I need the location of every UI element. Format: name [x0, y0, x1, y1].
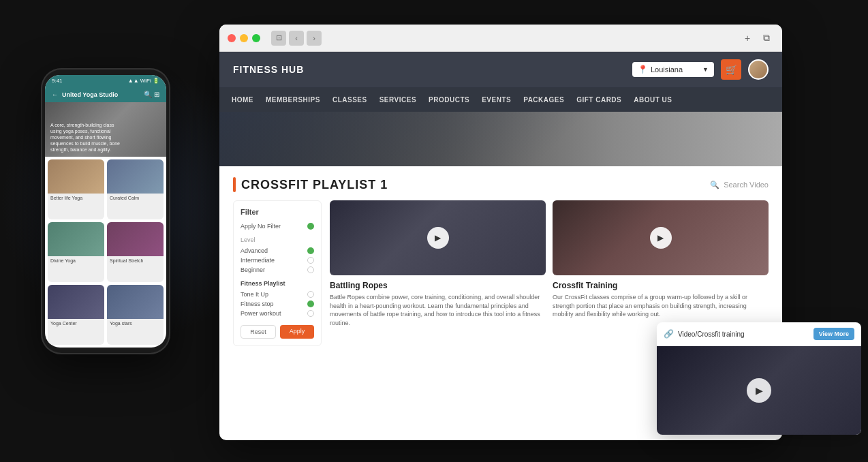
- nav-item-gift-cards[interactable]: GIFT CARDS: [571, 87, 627, 112]
- nav-item-classes[interactable]: CLASSES: [327, 87, 373, 112]
- phone-hero-text: A core, strength-building class using yo…: [50, 122, 125, 153]
- phone-screen: 9:41 ▲▲ WiFi 🔋 ← United Yoga Studio 🔍 ⊞ …: [45, 75, 166, 348]
- phone-card-1[interactable]: Better life Yoga: [48, 159, 104, 219]
- popup-header: 🔗 Video/Crossfit training View More: [657, 322, 861, 346]
- power-workout-label: Power workout: [241, 310, 281, 317]
- phone-studio-label: United Yoga Studio: [62, 91, 140, 98]
- filter-apply-no-filter[interactable]: Apply No Filter: [241, 221, 314, 231]
- play-button-2[interactable]: ▶: [650, 227, 672, 249]
- filter-section-level: Level Advanced Intermediate Beginner: [241, 236, 314, 275]
- location-icon: 📍: [638, 65, 648, 74]
- filter-section-top: Apply No Filter: [241, 221, 314, 231]
- phone-signal: ▲▲ WiFi 🔋: [128, 78, 159, 84]
- nav-item-memberships[interactable]: MEMBERSHIPS: [260, 87, 326, 112]
- popup-video-preview[interactable]: ▶: [657, 346, 861, 435]
- apply-no-filter-check: [307, 223, 314, 230]
- popup-play-button[interactable]: ▶: [747, 378, 771, 403]
- card-title-2: Crossfit Training: [553, 281, 769, 290]
- filter-advanced[interactable]: Advanced: [241, 246, 314, 256]
- level-label: Level: [241, 236, 314, 243]
- play-button-1[interactable]: ▶: [427, 227, 449, 249]
- fitness-stop-check: [307, 301, 314, 307]
- browser-toolbar: ⊡ ‹ › + ⧉: [219, 25, 782, 52]
- fitness-playlist-label: Fitness Playlist: [241, 280, 314, 287]
- card-desc-1: Battle Ropes combine power, core trainin…: [330, 293, 546, 327]
- nav-item-events[interactable]: EVENTS: [476, 87, 516, 112]
- filter-fitness-stop[interactable]: Fitness stop: [241, 299, 314, 309]
- phone-card-3[interactable]: Divine Yoga: [48, 222, 104, 282]
- hero-image: [219, 112, 782, 166]
- advanced-label: Advanced: [241, 247, 268, 254]
- phone-status-bar: 9:41 ▲▲ WiFi 🔋: [45, 75, 166, 87]
- nav-item-home[interactable]: HOME: [226, 87, 259, 112]
- phone-time: 9:41: [52, 78, 63, 84]
- close-button[interactable]: [228, 34, 236, 42]
- phone-card-image-6: [107, 285, 164, 319]
- new-tab-icon[interactable]: +: [740, 31, 755, 46]
- tone-it-up-label: Tone It Up: [241, 291, 268, 298]
- popup-title-text: Video/Crossfit training: [678, 330, 809, 338]
- phone-header: ← United Yoga Studio 🔍 ⊞: [45, 87, 166, 102]
- phone-search-icon[interactable]: 🔍 ⊞: [144, 91, 159, 98]
- duplicate-icon[interactable]: ⧉: [759, 31, 774, 46]
- card-title-1: Battling Ropes: [330, 281, 546, 290]
- filter-power-workout[interactable]: Power workout: [241, 309, 314, 318]
- location-value: Louisiana: [651, 65, 683, 74]
- link-icon: 🔗: [664, 329, 674, 339]
- apply-no-filter-label: Apply No Filter: [241, 223, 281, 230]
- tone-check: [307, 291, 314, 298]
- location-selector[interactable]: 📍 Louisiana ▼: [632, 62, 714, 77]
- search-icon: 🔍: [710, 181, 719, 189]
- phone-back-icon[interactable]: ←: [52, 91, 58, 98]
- filter-section-playlist: Fitness Playlist Tone It Up Fitness stop…: [241, 280, 314, 318]
- phone-card-image-4: [107, 222, 164, 256]
- phone-card-image-5: [48, 285, 104, 319]
- nav-item-services[interactable]: SERVICES: [374, 87, 422, 112]
- browser-nav-icons: ⊡ ‹ ›: [271, 31, 322, 46]
- back-icon[interactable]: ‹: [289, 31, 304, 46]
- sidebar-toggle-icon[interactable]: ⊡: [271, 31, 286, 46]
- website-header: FITNESS HUB 📍 Louisiana ▼ 🛒: [219, 52, 782, 87]
- browser-controls: + ⧉: [740, 31, 774, 46]
- phone-card-2[interactable]: Curated Calm: [107, 159, 164, 219]
- beginner-check: [307, 266, 314, 273]
- nav-item-packages[interactable]: PACKAGES: [518, 87, 570, 112]
- phone-card-label-4: Spiritual Stretch: [107, 256, 164, 265]
- video-thumb-1[interactable]: ▶: [330, 200, 546, 275]
- maximize-button[interactable]: [252, 34, 260, 42]
- power-check: [307, 310, 314, 317]
- phone-card-grid: Better life Yoga Curated Calm Divine Yog…: [45, 157, 166, 348]
- filter-intermediate[interactable]: Intermediate: [241, 256, 314, 265]
- forward-icon[interactable]: ›: [307, 31, 322, 46]
- filter-beginner[interactable]: Beginner: [241, 265, 314, 275]
- header-right: 📍 Louisiana ▼ 🛒: [632, 59, 769, 80]
- phone-card-4[interactable]: Spiritual Stretch: [107, 222, 164, 282]
- filter-tone-it-up[interactable]: Tone It Up: [241, 290, 314, 299]
- phone-card-label-5: Yoga Center: [48, 319, 104, 328]
- phone-card-label-2: Curated Calm: [107, 194, 164, 202]
- phone-card-6[interactable]: Yoga stars: [107, 285, 164, 345]
- cart-button[interactable]: 🛒: [721, 59, 741, 80]
- phone-hero-image: A core, strength-building class using yo…: [45, 102, 166, 157]
- phone-card-image-2: [107, 159, 164, 194]
- apply-button[interactable]: Apply: [280, 325, 314, 339]
- minimize-button[interactable]: [240, 34, 248, 42]
- user-avatar[interactable]: [748, 59, 769, 80]
- phone-card-5[interactable]: Yoga Center: [48, 285, 104, 345]
- content-header: CROSSFIT PLAYLIST 1 🔍 Search Video: [233, 177, 769, 192]
- dropdown-arrow-icon: ▼: [702, 66, 709, 73]
- reset-button[interactable]: Reset: [241, 325, 276, 339]
- video-thumb-2[interactable]: ▶: [553, 200, 769, 275]
- fitness-stop-label: Fitness stop: [241, 301, 274, 307]
- phone-card-image-1: [48, 159, 104, 194]
- phone-card-label-3: Divine Yoga: [48, 256, 104, 265]
- card-desc-2: Our CrossFit classes comprise of a group…: [553, 293, 769, 319]
- nav-item-products[interactable]: PRODUCTS: [423, 87, 475, 112]
- nav-item-about-us[interactable]: ABOUT US: [628, 87, 677, 112]
- view-more-button[interactable]: View More: [813, 328, 854, 340]
- beginner-label: Beginner: [241, 266, 265, 273]
- video-search[interactable]: 🔍 Search Video: [710, 181, 769, 189]
- video-popup: 🔗 Video/Crossfit training View More ▶: [657, 322, 861, 435]
- traffic-lights: [228, 34, 260, 42]
- filter-title: Filter: [241, 208, 314, 216]
